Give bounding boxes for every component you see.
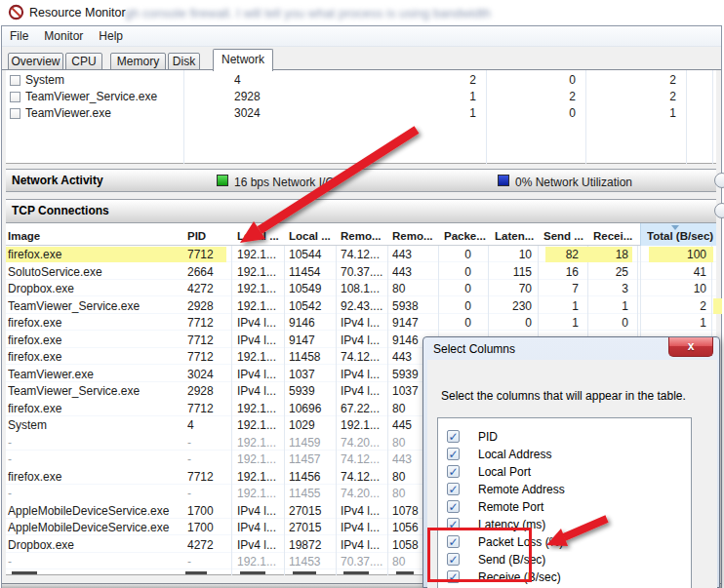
tcp-cell-pid: 3024 (187, 368, 230, 381)
clipped-row-fragment (12, 571, 37, 574)
tcp-row[interactable]: TeamViewer_Service.exe2928192.1...105429… (0, 298, 724, 316)
tcp-column-header[interactable]: Local ... (289, 230, 336, 242)
tcp-cell-pid: - (187, 487, 230, 500)
tcp-cell-laddr: IPv4 l... (237, 368, 283, 381)
process-value: 0 (498, 73, 576, 87)
tcp-cell-packet: 0 (433, 282, 471, 295)
dialog-title: Select Columns (433, 342, 515, 356)
tcp-cell-pid: 4272 (187, 538, 230, 552)
tcp-row[interactable]: Dropbox.exe4272192.1...10549108.1...8007… (0, 281, 724, 298)
clipped-row-fragment (240, 571, 265, 574)
tcp-column-header[interactable]: Send ... (543, 230, 590, 242)
process-row[interactable]: TeamViewer_Service.exe2928122 (6, 89, 716, 105)
tab-disk[interactable]: Disk (168, 53, 200, 70)
tcp-cell-raddr: 70.37.... (341, 265, 385, 279)
network-utilization-label: 0% Network Utilization (515, 176, 632, 189)
tcp-cell-lport: 11456 (289, 470, 334, 484)
tcp-cell-image: System (8, 418, 183, 432)
tcp-cell-laddr: 192.1... (237, 555, 283, 568)
tcp-cell-total: 2 (640, 299, 706, 313)
process-row-checkbox[interactable] (10, 75, 20, 86)
tcp-column-header[interactable]: Laten... (495, 230, 542, 242)
tcp-column-header[interactable]: Recei... (593, 230, 640, 242)
tcp-cell-receive: 0 (587, 316, 628, 330)
dialog-instruction: Select the columns that will appear in t… (441, 389, 686, 403)
tcp-column-header[interactable]: PID (187, 230, 234, 242)
tcp-row[interactable]: firefox.exe7712IPv4 l...9146IPv4 l...914… (0, 315, 724, 333)
menu-file[interactable]: File (2, 26, 36, 43)
tcp-connections-chevron-button[interactable] (714, 203, 724, 218)
column-option-label: Local Address (478, 448, 551, 461)
tcp-row[interactable]: firefox.exe7712192.1...1054474.12...4430… (0, 247, 724, 264)
tcp-cell-laddr: 192.1... (237, 402, 283, 415)
checkbox-checked[interactable]: ✓ (447, 465, 460, 478)
process-row-checkbox[interactable] (10, 92, 20, 102)
network-activity-chevron-button[interactable] (714, 173, 724, 188)
tcp-cell-lport: 11453 (289, 555, 334, 568)
tcp-cell-latency: 115 (482, 265, 532, 279)
tab-overview[interactable]: Overview (8, 53, 63, 70)
column-option-local-address[interactable]: ✓Local Address (438, 446, 691, 463)
menu-help[interactable]: Help (91, 26, 131, 43)
tcp-cell-latency: 10 (482, 248, 532, 261)
tcp-column-header[interactable]: Remo... (341, 230, 387, 242)
tcp-cell-lport: 27015 (289, 521, 334, 534)
tcp-cell-lport: 11459 (289, 436, 334, 450)
process-pid: 3024 (234, 106, 283, 120)
tcp-cell-pid: 4272 (187, 282, 230, 295)
tcp-cell-laddr: 192.1... (237, 282, 283, 295)
tcp-cell-laddr: 192.1... (237, 299, 283, 313)
tcp-cell-image: - (8, 555, 183, 568)
process-value: 2 (598, 73, 676, 87)
dialog-close-button[interactable]: x (668, 337, 713, 357)
checkbox-checked[interactable]: ✓ (447, 448, 460, 460)
process-value: 2 (398, 73, 476, 87)
tcp-cell-lport: 11457 (289, 452, 334, 466)
column-option-local-port[interactable]: ✓Local Port (438, 463, 691, 481)
tab-cpu[interactable]: CPU (65, 53, 102, 70)
tcp-cell-laddr: 192.1... (237, 418, 283, 432)
tcp-cell-lport: 19872 (289, 538, 334, 552)
process-row[interactable]: System4202 (6, 72, 716, 89)
tcp-cell-raddr: 74.20... (341, 487, 385, 500)
process-name: TeamViewer.exe (25, 106, 181, 120)
process-pid: 2928 (234, 90, 283, 103)
tcp-cell-image: firefox.exe (8, 333, 183, 347)
process-row-checkbox[interactable] (10, 108, 20, 119)
tcp-cell-laddr: IPv4 l... (237, 538, 283, 552)
resource-monitor-app-icon (8, 4, 24, 20)
tcp-cell-total: 10 (640, 282, 706, 295)
process-row[interactable]: TeamViewer.exe3024101 (6, 105, 716, 122)
tcp-cell-total: 100 (640, 248, 706, 261)
column-option-remote-address[interactable]: ✓Remote Address (438, 481, 691, 498)
tcp-cell-laddr: 192.1... (237, 265, 283, 279)
tcp-column-header[interactable]: Remo... (392, 230, 439, 242)
tcp-cell-lport: 10544 (289, 248, 334, 261)
tcp-cell-raddr: IPv4 l... (341, 316, 385, 330)
checkbox-checked[interactable]: ✓ (447, 430, 460, 443)
tcp-cell-pid: - (187, 555, 230, 568)
tcp-column-header[interactable]: Total (B/sec) (647, 230, 717, 242)
tcp-cell-laddr: 192.1... (237, 436, 283, 450)
window-title: Resource Monitor (29, 6, 126, 20)
tcp-cell-pid: 2928 (187, 299, 230, 313)
annotation-red-rectangle (427, 528, 532, 582)
tcp-column-header[interactable]: Packe... (444, 230, 491, 242)
tcp-cell-lport: 10696 (289, 402, 334, 415)
checkbox-checked[interactable]: ✓ (447, 500, 460, 513)
menu-monitor[interactable]: Monitor (36, 26, 91, 43)
tcp-connections-bar: TCP Connections (6, 199, 716, 223)
tcp-column-header[interactable]: Image (8, 230, 55, 242)
tab-memory[interactable]: Memory (110, 53, 166, 70)
tcp-cell-image: TeamViewer_Service.exe (8, 299, 183, 313)
tcp-cell-rport: 443 (392, 248, 436, 261)
menu-bar: FileMonitorHelp (2, 26, 721, 47)
checkbox-checked[interactable]: ✓ (447, 483, 460, 495)
column-option-pid[interactable]: ✓PID (438, 428, 691, 446)
column-option-remote-port[interactable]: ✓Remote Port (438, 498, 691, 516)
tcp-row[interactable]: SolutoService.exe2664192.1...1145470.37.… (0, 264, 724, 282)
tcp-cell-send: 1 (538, 316, 579, 330)
tcp-cell-lport: 10549 (289, 282, 334, 295)
tcp-column-header[interactable]: Local ... (237, 230, 284, 242)
tab-network[interactable]: Network (213, 49, 273, 71)
